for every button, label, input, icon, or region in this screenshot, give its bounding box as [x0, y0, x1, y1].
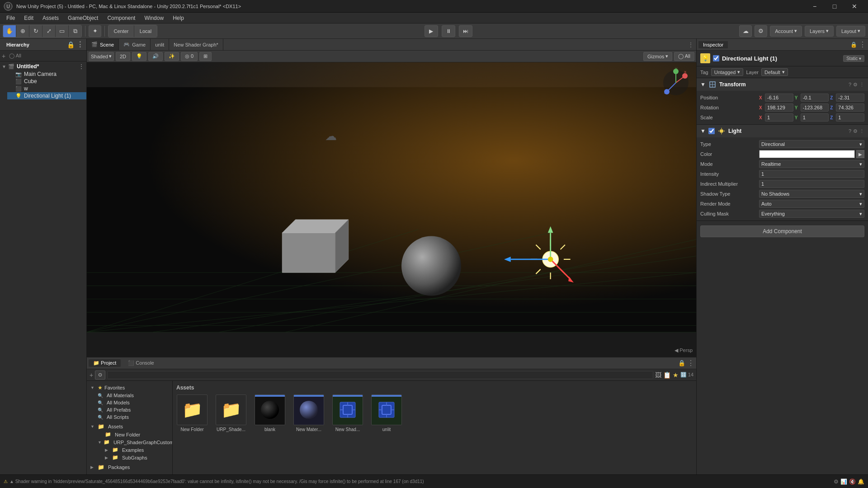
lock-icon[interactable]: 🔒	[678, 360, 685, 366]
pause-button[interactable]: ⏸	[442, 25, 455, 37]
pos-z-input[interactable]: -2.31	[836, 94, 864, 102]
vertical-dots-icon[interactable]: ⋮	[859, 82, 864, 88]
hierarchy-item-w[interactable]: ⬛ w	[7, 85, 86, 92]
layout-button[interactable]: Layout ▾	[836, 26, 865, 37]
play-button[interactable]: ▶	[425, 25, 438, 37]
inspector-menu[interactable]: ⋮	[859, 40, 866, 49]
urp-folder-item[interactable]: ▼ 📁 URP_ShaderGraphCustomLi	[89, 438, 170, 446]
add-button[interactable]: +	[2, 52, 5, 60]
shadow-dropdown[interactable]: No Shadows ▾	[759, 190, 864, 198]
packages-header[interactable]: ▶ 📁 Packages	[89, 463, 170, 471]
scale-x-input[interactable]: 1	[765, 113, 793, 122]
transform-tool[interactable]: ⧉	[69, 25, 81, 37]
examples-item[interactable]: ▶ 📁 Examples	[89, 446, 170, 454]
audio-toggle[interactable]: 🔊	[148, 52, 163, 61]
light-settings-icon[interactable]: ⚙	[853, 128, 858, 134]
light-active-checkbox[interactable]	[708, 128, 715, 134]
light-question-icon[interactable]: ?	[849, 128, 851, 134]
scene-tab-shadergraph[interactable]: New Shader Graph*	[169, 39, 223, 50]
transform-header[interactable]: ▼ Transform ? ⚙ ⋮	[697, 78, 868, 91]
thumbnail-view-icon[interactable]: 🖼	[655, 371, 661, 379]
active-checkbox[interactable]	[713, 55, 719, 61]
inspector-tab[interactable]: Inspector	[698, 41, 728, 48]
question-icon[interactable]: ?	[849, 82, 851, 88]
type-dropdown[interactable]: Directional ▾	[759, 140, 864, 148]
center-button[interactable]: Center	[108, 25, 134, 37]
scene-tabs-more[interactable]: ⋮	[685, 39, 696, 50]
color-swatch[interactable]	[759, 150, 855, 158]
bottom-menu[interactable]: ⋮	[687, 359, 694, 367]
step-button[interactable]: ⏭	[459, 25, 472, 37]
account-button[interactable]: Account ▾	[770, 26, 802, 37]
scene-tab-scene[interactable]: 🎬 Scene	[87, 39, 119, 50]
layers-button[interactable]: Layers ▾	[805, 26, 834, 37]
hidden-toggle[interactable]: ◎ 0	[181, 52, 198, 61]
transform-settings-icon[interactable]: ⚙	[853, 82, 858, 88]
menu-item-component[interactable]: Component	[103, 14, 140, 22]
search-input[interactable]	[107, 371, 653, 379]
menu-item-help[interactable]: Help	[168, 14, 189, 22]
rot-z-input[interactable]: 74.326	[836, 103, 864, 112]
hierarchy-lock[interactable]: 🔒	[67, 41, 75, 48]
menu-item-window[interactable]: Window	[140, 14, 168, 22]
asset-filter[interactable]: ⊙	[95, 371, 105, 380]
new-folder-item[interactable]: 📁 New Folder	[89, 431, 170, 438]
favorites-header[interactable]: ▼ ★ Favorites	[89, 384, 170, 392]
add-asset-button[interactable]: +	[90, 371, 93, 379]
render-dropdown[interactable]: Auto ▾	[759, 200, 864, 208]
asset-unlit[interactable]: unlit	[371, 394, 402, 432]
subgraphs-item[interactable]: ▶ 📁 SubGraphs	[89, 454, 170, 461]
inspector-lock[interactable]: 🔒	[850, 42, 857, 48]
local-button[interactable]: Local	[134, 25, 157, 37]
hierarchy-menu[interactable]: ⋮	[76, 40, 84, 49]
menu-item-assets[interactable]: Assets	[38, 14, 63, 22]
all-scripts-item[interactable]: 🔍 All Scripts	[89, 413, 170, 421]
asset-new-shader[interactable]: New Shad...	[332, 394, 363, 432]
maximize-button[interactable]: □	[825, 0, 844, 13]
hierarchy-tab[interactable]: Hierarchy	[3, 41, 33, 48]
2d-toggle[interactable]: 2D	[116, 52, 130, 61]
culling-dropdown[interactable]: Everything ▾	[759, 210, 864, 218]
rot-x-input[interactable]: 198.129	[765, 103, 793, 112]
color-picker-btn[interactable]: ▶	[856, 150, 864, 158]
scene-view[interactable]: ☁	[87, 62, 696, 357]
hierarchy-item-cube[interactable]: ⬛ Cube	[7, 78, 86, 85]
scene-tab-unlit[interactable]: unlit	[151, 39, 169, 50]
scene-tab-game[interactable]: 🎮 Game	[119, 39, 151, 50]
gizmos-btn[interactable]: Gizmos ▾	[643, 52, 672, 61]
search-scene[interactable]: ◯ All	[674, 52, 694, 61]
pos-y-input[interactable]: -0.1	[801, 94, 829, 102]
pos-x-input[interactable]: -6.16	[765, 94, 793, 102]
close-button[interactable]: ✕	[844, 0, 864, 13]
shading-dropdown[interactable]: Shaded ▾	[89, 52, 114, 61]
minimize-button[interactable]: −	[805, 0, 825, 13]
collab-icon[interactable]: ☁	[739, 25, 752, 37]
assets-header[interactable]: ▼ 📁 Assets	[89, 422, 170, 431]
asset-urp-folder[interactable]: 📁 URP_Shade...	[215, 394, 247, 432]
rect-tool[interactable]: ▭	[56, 25, 68, 37]
console-tab[interactable]: ⬛ Console	[123, 359, 158, 367]
grid-toggle[interactable]: ⊞	[199, 52, 212, 61]
layer-dropdown[interactable]: Default ▾	[761, 68, 788, 76]
light-dots-icon[interactable]: ⋮	[859, 128, 864, 134]
hierarchy-item-directional[interactable]: 💡 Directional Light (1)	[7, 92, 86, 99]
custom-tool[interactable]: ✦	[89, 25, 101, 37]
rotate-tool[interactable]: ↻	[29, 25, 42, 37]
item-menu-icon[interactable]: ⋮	[78, 63, 85, 70]
scale-y-input[interactable]: 1	[801, 113, 829, 122]
all-materials-item[interactable]: 🔍 All Materials	[89, 392, 170, 399]
hierarchy-item-untitled[interactable]: ▼ 🎬 Untitled* ⋮	[0, 62, 86, 70]
asset-new-folder[interactable]: 📁 New Folder	[176, 394, 208, 432]
lighting-toggle[interactable]: 💡	[132, 52, 146, 61]
intensity-input[interactable]: 1	[759, 170, 864, 178]
light-header[interactable]: ▼ Light ? ⚙ ⋮	[697, 125, 868, 137]
effects-toggle[interactable]: ✨	[165, 52, 179, 61]
asset-blank[interactable]: blank	[254, 394, 286, 432]
rot-y-input[interactable]: -123.268	[801, 103, 829, 112]
menu-item-gameobject[interactable]: GameObject	[63, 14, 103, 22]
hand-tool[interactable]: ✋	[3, 25, 16, 37]
static-dropdown[interactable]: Static ▾	[843, 55, 864, 62]
project-tab[interactable]: 📁 Project	[89, 359, 121, 367]
add-component-button[interactable]: Add Component	[700, 225, 864, 237]
menu-item-file[interactable]: File	[2, 14, 19, 22]
